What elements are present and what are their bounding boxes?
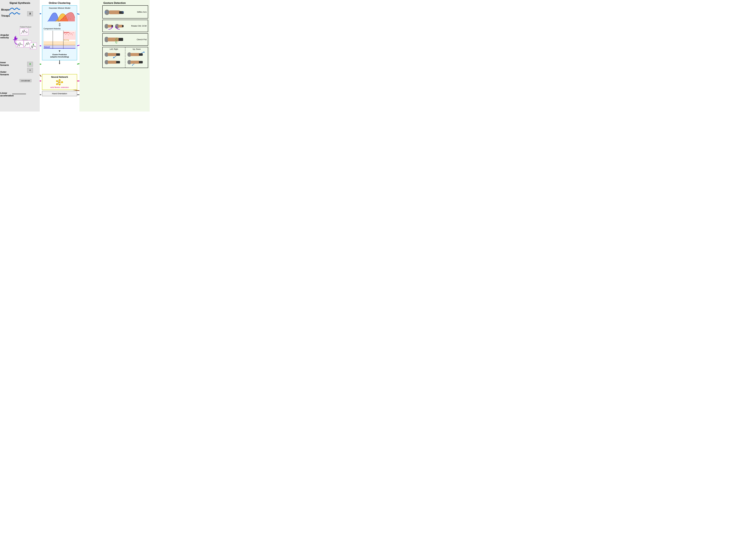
clench-label: Clench Fist xyxy=(137,38,147,41)
green-multiply-box: X xyxy=(27,62,33,66)
svg-rect-112 xyxy=(130,61,140,64)
rotate-cw-image xyxy=(104,21,114,31)
stiffen-arm-image xyxy=(104,6,125,17)
svg-rect-113 xyxy=(139,61,143,63)
gesture-panel-rotate: Rotate CW, CCW xyxy=(102,20,148,32)
component-histories-chart: Gesture Moving Relaxed xyxy=(43,31,76,49)
inner-forearm-label: Inner forearm xyxy=(0,61,9,66)
online-clustering-section: Online Clustering Gaussian Mixture Model xyxy=(40,0,79,112)
svg-rect-85 xyxy=(105,9,109,15)
online-clustering-title: Online Clustering xyxy=(49,0,70,5)
svg-point-40 xyxy=(63,18,64,19)
up-down-image xyxy=(126,51,147,66)
clench-content xyxy=(104,35,125,44)
svg-point-44 xyxy=(70,19,70,19)
svg-point-41 xyxy=(65,19,66,19)
svg-rect-97 xyxy=(119,38,123,41)
svg-point-42 xyxy=(68,19,68,20)
rotate-content xyxy=(104,21,124,31)
component-histories-label: Component Histories xyxy=(43,28,76,30)
svg-point-35 xyxy=(33,44,34,45)
double-arrow: ⇕ xyxy=(43,23,76,27)
svg-point-38 xyxy=(59,20,59,20)
hand-orientation-box: Hand Orientation xyxy=(42,91,77,96)
rotate-label: Rotate CW, CCW xyxy=(131,25,147,27)
diagram-container: } Signal Synthesis Biceps Triceps X Fold… xyxy=(0,0,150,112)
concatenate-box: concatenate xyxy=(20,79,32,82)
svg-rect-99 xyxy=(108,53,117,56)
svg-point-39 xyxy=(61,19,61,19)
left-right-image xyxy=(104,51,124,66)
gmm-title: Gaussian Mixture Model xyxy=(43,7,76,9)
left-right-label: Left, Right xyxy=(104,48,124,50)
neural-network-box: Neural Network xyxy=(42,74,77,90)
down-arrow: ▼ xyxy=(43,49,76,53)
folded-product-label: Folded Product xyxy=(20,26,31,28)
chart-box-1 xyxy=(20,28,28,35)
signal-synthesis-title: Signal Synthesis xyxy=(0,0,40,5)
svg-text:Gesture: Gesture xyxy=(64,32,69,33)
svg-rect-100 xyxy=(116,53,120,56)
svg-rect-96 xyxy=(108,38,119,41)
linear-acceleration-label: Linear acceleration xyxy=(0,92,14,97)
svg-point-73 xyxy=(59,84,60,85)
gesture-detection-title: Gesture Detection xyxy=(79,0,150,5)
outer-forearm-label: Outer forearm xyxy=(0,71,9,76)
neural-network-subtitle: wrist flexion, extension xyxy=(43,86,76,88)
angular-velocity-label: Angular velocity xyxy=(0,34,9,39)
svg-rect-84 xyxy=(108,11,121,14)
gesture-detection-section: Gesture Detection xyxy=(79,0,150,112)
clustering-box: Gaussian Mixture Model xyxy=(42,5,77,60)
triceps-label: Triceps xyxy=(1,15,10,17)
svg-line-83 xyxy=(60,82,61,84)
stiffen-arm-label: Stiffen Arm xyxy=(137,11,147,13)
svg-point-72 xyxy=(59,81,60,83)
gesture-panels: Stiffen Arm xyxy=(102,5,148,68)
chart-box-result xyxy=(30,43,37,49)
svg-point-74 xyxy=(61,81,63,83)
svg-point-43 xyxy=(68,18,69,18)
svg-point-70 xyxy=(56,83,58,85)
svg-text:Relaxed: Relaxed xyxy=(44,46,50,48)
svg-rect-107 xyxy=(130,53,140,56)
svg-rect-108 xyxy=(139,53,143,56)
biceps-label: Biceps xyxy=(1,8,9,11)
up-down-label: Up, Down xyxy=(126,48,147,50)
gmm-visual xyxy=(43,10,76,22)
plus-box: + xyxy=(27,68,33,73)
svg-text:Moving: Moving xyxy=(64,39,69,41)
cluster-prediction-label: Cluster Prediction (adaptive thresholdin… xyxy=(43,54,76,58)
svg-rect-86 xyxy=(119,11,124,14)
svg-rect-47 xyxy=(44,41,76,45)
svg-rect-105 xyxy=(116,61,120,63)
chart-box-2 xyxy=(16,40,24,47)
gesture-panel-directions: Left, Right xyxy=(102,47,148,68)
stiffen-arm-content xyxy=(104,6,125,17)
gesture-panel-up-down: Up, Down xyxy=(125,47,148,68)
gesture-panel-clench: Clench Fist xyxy=(102,33,148,46)
gesture-panel-stiffen-arm: Stiffen Arm xyxy=(102,5,148,19)
neural-network-title: Neural Network xyxy=(43,76,76,78)
svg-line-81 xyxy=(60,80,61,82)
gesture-panel-left-right: Left, Right xyxy=(103,47,125,68)
multiply-box-1: X xyxy=(27,11,33,16)
rotate-ccw-image xyxy=(115,21,124,31)
linear-accel-wave xyxy=(12,92,27,96)
svg-point-71 xyxy=(59,79,60,81)
signal-synthesis-section: Signal Synthesis Biceps Triceps X Folded… xyxy=(0,0,40,112)
clench-fist-image xyxy=(104,35,125,44)
svg-rect-104 xyxy=(108,61,117,64)
svg-rect-93 xyxy=(122,25,124,27)
svg-point-69 xyxy=(56,80,58,82)
